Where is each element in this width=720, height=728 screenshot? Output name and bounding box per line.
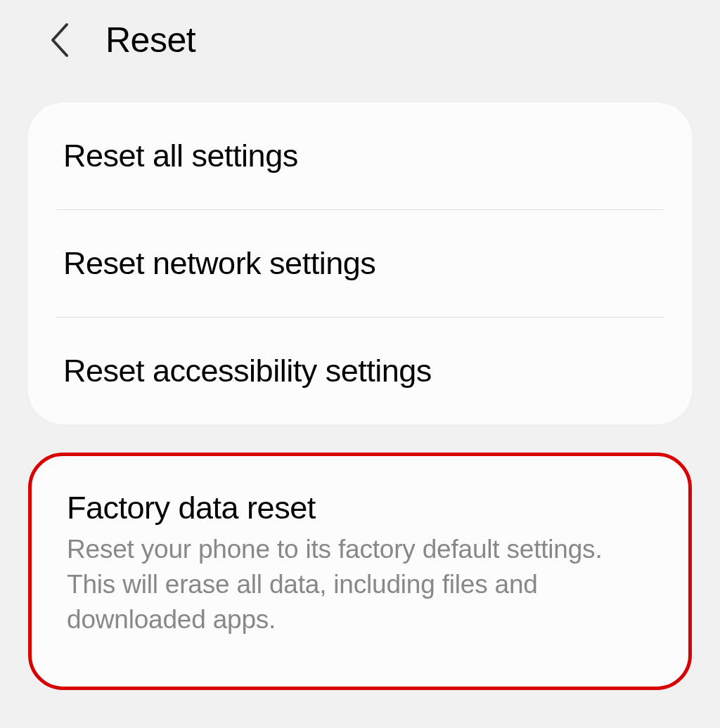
list-item-label: Reset accessibility settings — [63, 353, 657, 389]
list-item-label: Reset all settings — [63, 138, 657, 174]
back-icon[interactable] — [48, 22, 72, 58]
settings-group-2: Factory data reset Reset your phone to i… — [28, 453, 692, 690]
factory-data-reset[interactable]: Factory data reset Reset your phone to i… — [32, 456, 688, 687]
content: Reset all settings Reset network setting… — [0, 82, 720, 711]
reset-network-settings[interactable]: Reset network settings — [28, 210, 692, 317]
reset-all-settings[interactable]: Reset all settings — [28, 103, 692, 209]
list-item-description: Reset your phone to its factory default … — [67, 532, 653, 637]
reset-accessibility-settings[interactable]: Reset accessibility settings — [28, 318, 692, 424]
list-item-label: Factory data reset — [67, 490, 653, 526]
list-item-label: Reset network settings — [63, 245, 657, 282]
header: Reset — [0, 0, 720, 82]
page-title: Reset — [105, 20, 195, 60]
settings-group-1: Reset all settings Reset network setting… — [28, 103, 692, 424]
